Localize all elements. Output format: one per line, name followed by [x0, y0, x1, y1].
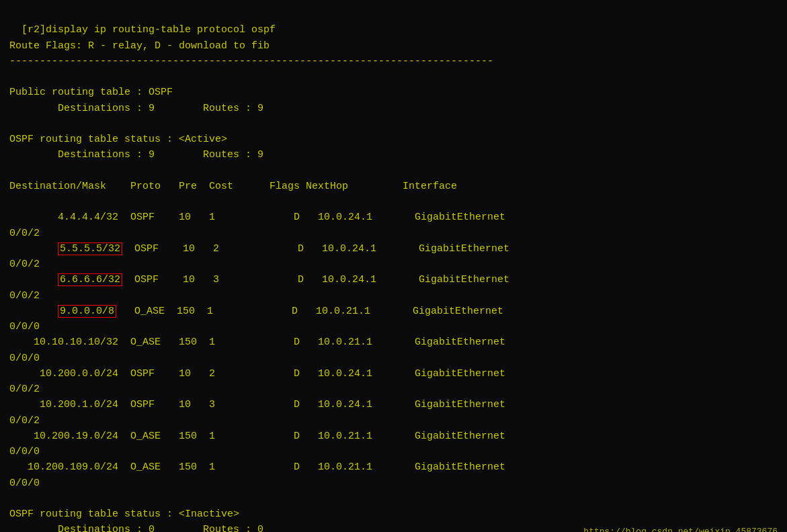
row2-b: 0/0/2	[9, 259, 40, 270]
row5-b: 0/0/0	[9, 353, 40, 364]
terminal-output: [r2]display ip routing-table protocol os…	[9, 7, 778, 532]
row6-b: 0/0/2	[9, 384, 40, 395]
row3-highlight: 6.6.6.6/32	[58, 273, 122, 286]
row4-pre	[9, 306, 58, 317]
row8-a: 10.200.19.0/24 O_ASE 150 1 D 10.0.21.1 G…	[9, 431, 505, 442]
row4-b: 0/0/0	[9, 321, 40, 332]
row8-b: 0/0/0	[9, 446, 40, 457]
row3-pre	[9, 274, 58, 285]
watermark: https://blog.csdn.net/weixin_45873676	[583, 527, 778, 533]
row3-b: 0/0/2	[9, 290, 40, 302]
row9-b: 0/0/0	[9, 478, 40, 489]
destinations-3: Destinations : 0 Routes : 0	[9, 524, 263, 532]
ospf-status-active: OSPF routing table status : <Active>	[9, 134, 227, 145]
divider-line: ----------------------------------------…	[9, 56, 493, 67]
row9-a: 10.200.109.0/24 O_ASE 150 1 D 10.0.21.1 …	[9, 461, 505, 473]
row2-pre	[9, 243, 58, 255]
row7-a: 10.200.1.0/24 OSPF 10 3 D 10.0.24.1 Giga…	[9, 399, 505, 410]
cmd-line: [r2]display ip routing-table protocol os…	[22, 24, 276, 36]
row2-highlight: 5.5.5.5/32	[58, 242, 122, 255]
row1-a: 4.4.4.4/32 OSPF 10 1 D 10.0.24.1 Gigabit…	[9, 212, 505, 223]
row1-b: 0/0/2	[9, 228, 40, 239]
row4-highlight: 9.0.0.0/8	[58, 305, 116, 318]
row3-post: OSPF 10 3 D 10.0.24.1 GigabitEthernet	[122, 274, 509, 285]
row2-post: OSPF 10 2 D 10.0.24.1 GigabitEthernet	[122, 243, 509, 255]
row5-a: 10.10.10.10/32 O_ASE 150 1 D 10.0.21.1 G…	[9, 337, 505, 348]
row6-a: 10.200.0.0/24 OSPF 10 2 D 10.0.24.1 Giga…	[9, 368, 505, 380]
destinations-1: Destinations : 9 Routes : 9	[9, 103, 263, 114]
row7-b: 0/0/2	[9, 415, 40, 427]
table-header: Destination/Mask Proto Pre Cost Flags Ne…	[9, 181, 457, 192]
destinations-2: Destinations : 9 Routes : 9	[9, 149, 263, 161]
ospf-status-inactive: OSPF routing table status : <Inactive>	[9, 508, 239, 520]
flags-line: Route Flags: R - relay, D - download to …	[9, 40, 270, 52]
row4-post: O_ASE 150 1 D 10.0.21.1 GigabitEthernet	[116, 306, 503, 317]
public-table-line: Public routing table : OSPF	[9, 87, 173, 98]
